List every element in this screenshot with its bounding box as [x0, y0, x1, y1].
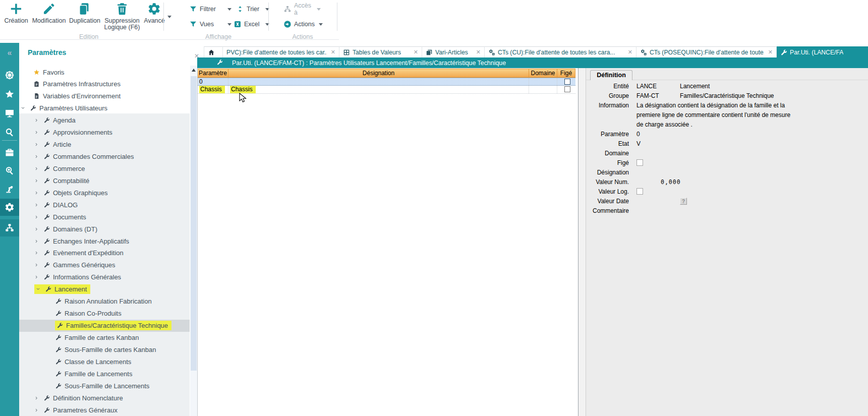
- tree-item-ev-nement-d-exp-dition[interactable]: Evènement d'Expédition: [19, 247, 190, 259]
- chevron-down-icon[interactable]: [36, 287, 40, 291]
- column-header-param-tre[interactable]: Paramètre: [198, 69, 228, 77]
- chevron-right-icon[interactable]: [34, 239, 39, 244]
- tab-close-icon[interactable]: ✕: [624, 49, 632, 55]
- tab-2[interactable]: Tables de Valeurs✕: [339, 46, 422, 57]
- tree-item-param-tres-infrastructures[interactable]: Paramètres Infrastructures: [19, 78, 190, 90]
- ribbon-button-modification[interactable]: Modification: [32, 2, 66, 24]
- tab-1[interactable]: PVC):File d'attente de toutes les car...…: [223, 46, 339, 57]
- ribbon-button-excel[interactable]: Excel: [234, 19, 269, 29]
- rail-item-gear[interactable]: [0, 199, 19, 216]
- chevron-right-icon[interactable]: [34, 142, 39, 147]
- tree-item-approvisionnements[interactable]: Approvisionnements: [19, 127, 190, 139]
- rail-item-search[interactable]: [0, 124, 19, 141]
- tree-item-gammes-g-n-riques[interactable]: Gammes Génériques: [19, 259, 190, 271]
- tree-item-raison-annulation-fabrication[interactable]: Raison Annulation Fabrication: [19, 295, 190, 308]
- tree-item-lancement[interactable]: Lancement: [19, 283, 190, 295]
- rail-item-star[interactable]: [0, 86, 19, 103]
- chevron-right-icon[interactable]: [34, 130, 39, 135]
- scroll-up-arrow-icon[interactable]: [192, 69, 196, 72]
- fig--checkbox[interactable]: [636, 159, 643, 166]
- tree-item-comptabilit-[interactable]: Comptabilité: [19, 174, 190, 187]
- chevron-right-icon[interactable]: [34, 408, 39, 412]
- column-header-domaine[interactable]: Domaine: [529, 69, 557, 77]
- tab-home[interactable]: [204, 46, 223, 57]
- chevron-right-icon[interactable]: [34, 215, 39, 219]
- tree-item-favoris[interactable]: Favoris: [19, 66, 190, 78]
- tree-item-sous-famille-de-lancements[interactable]: Sous-Famille de Lancements: [19, 380, 190, 392]
- tree-item-famille-de-cartes-kanban[interactable]: Famille de cartes Kanban: [19, 331, 190, 343]
- tree-item-echanges-inter-applicatifs[interactable]: Echanges Inter-Applicatifs: [19, 235, 190, 247]
- tree-item-param-tres-utilisateurs[interactable]: Paramètres Utilisateurs: [19, 102, 190, 114]
- chevron-right-icon[interactable]: [34, 275, 39, 279]
- date-help-button[interactable]: ?: [680, 198, 687, 205]
- tree-item-objets-graphiques[interactable]: Objets Graphiques: [19, 187, 190, 199]
- rail-item-hierarchy[interactable]: [0, 219, 19, 236]
- chevron-right-icon[interactable]: [34, 227, 39, 231]
- tree-item-article[interactable]: Article: [19, 139, 190, 151]
- fige-checkbox[interactable]: [564, 79, 570, 85]
- tab-4[interactable]: CTs (CU):File d'attente de toutes les ca…: [485, 46, 636, 57]
- tree-item-parametres-g-n-raux[interactable]: Parametres Généraux: [19, 404, 190, 416]
- tree-item-d-finition-nomenclature[interactable]: Définition Nomenclature: [19, 392, 190, 404]
- dropdown-caret-icon[interactable]: [319, 23, 323, 26]
- tab-close-icon[interactable]: ✕: [327, 49, 335, 55]
- grid-scrollbar[interactable]: [578, 68, 586, 416]
- tab-6[interactable]: Par.Uti. (LANCE/FA: [777, 46, 868, 57]
- ribbon-button-vues[interactable]: Vues: [189, 19, 232, 29]
- table-row[interactable]: ChassisChassis: [198, 86, 575, 94]
- tree-item-commandes-commerciales[interactable]: Commandes Commerciales: [19, 151, 190, 163]
- chevron-right-icon[interactable]: [34, 203, 39, 207]
- chevron-right-icon[interactable]: [34, 263, 39, 267]
- ribbon-button-suppression[interactable]: SuppressionLogique (F6): [104, 2, 140, 31]
- rail-item-search-pin[interactable]: [0, 162, 19, 179]
- dropdown-caret-icon[interactable]: [167, 16, 171, 18]
- tab-3[interactable]: Vari-Articles✕: [422, 46, 485, 57]
- tree-item-label: Commandes Commerciales: [53, 153, 134, 160]
- tree-item-commerce[interactable]: Commerce: [19, 162, 190, 174]
- tree-item-agenda[interactable]: Agenda: [19, 114, 190, 127]
- tree-item-raison-co-produits[interactable]: Raison Co-Produits: [19, 308, 190, 320]
- tree-item-classe-de-lancements[interactable]: Classe de Lancements: [19, 355, 190, 368]
- dropdown-caret-icon[interactable]: [227, 8, 232, 11]
- tree-item-familles-caract-ristique-technique[interactable]: Familles/Caractéristique Technique: [19, 320, 190, 332]
- rail-item-wheel[interactable]: [0, 67, 19, 84]
- rail-item-robot-arm[interactable]: [0, 181, 19, 198]
- ribbon-button-trier[interactable]: Trier: [236, 4, 269, 14]
- ribbon-button-filtrer[interactable]: Filtrer: [189, 4, 232, 14]
- ribbon-button-actions[interactable]: Actions: [283, 19, 323, 29]
- dropdown-caret-icon[interactable]: [227, 23, 232, 26]
- tab-definition[interactable]: Définition: [590, 70, 632, 80]
- valeur-log--checkbox[interactable]: [636, 188, 643, 195]
- tree-item-sous-famille-de-cartes-kanban[interactable]: Sous-Famille de cartes Kanban: [19, 343, 190, 355]
- rail-item-monitor[interactable]: [0, 105, 19, 122]
- tab-close-icon[interactable]: ✕: [764, 49, 773, 55]
- chevron-right-icon[interactable]: [34, 154, 39, 159]
- tree-item-dialog[interactable]: DIALOG: [19, 199, 190, 211]
- tree-item-informations-g-n-rales[interactable]: Informations Générales: [19, 271, 190, 283]
- tab-close-icon[interactable]: ✕: [410, 49, 418, 55]
- chevron-right-icon[interactable]: [34, 191, 39, 195]
- ribbon-button-avanc-[interactable]: Avancé: [144, 2, 164, 24]
- sidebar-scrollbar-thumb[interactable]: [191, 76, 197, 371]
- fige-checkbox[interactable]: [564, 86, 570, 92]
- ribbon-button-duplication[interactable]: Duplication: [69, 2, 100, 24]
- tree-item-domaines-dt-[interactable]: Domaines (DT): [19, 223, 190, 235]
- column-header-fig-[interactable]: Figé: [557, 69, 575, 77]
- tree-item-documents[interactable]: Documents: [19, 211, 190, 223]
- tab-5[interactable]: CTs (POSEQUINC):File d'attente de toute.…: [636, 46, 777, 57]
- sidebar-scrollbar[interactable]: [190, 66, 197, 416]
- ribbon-button-cr-ation[interactable]: Création: [4, 2, 28, 24]
- chevron-right-icon[interactable]: [34, 118, 39, 123]
- rail-item-briefcase[interactable]: [0, 144, 19, 161]
- chevron-down-icon[interactable]: [21, 106, 25, 110]
- collapse-rail-icon[interactable]: «: [0, 44, 19, 62]
- tab-close-icon[interactable]: ✕: [472, 49, 481, 55]
- chevron-right-icon[interactable]: [34, 251, 39, 255]
- column-header-d-signation[interactable]: Désignation: [228, 69, 529, 77]
- tree-item-famille-de-lancements[interactable]: Famille de Lancements: [19, 368, 190, 380]
- chevron-right-icon[interactable]: [34, 396, 39, 400]
- chevron-right-icon[interactable]: [34, 179, 39, 183]
- chevron-right-icon[interactable]: [34, 166, 39, 171]
- table-row[interactable]: 0: [198, 78, 575, 86]
- tree-item-variables-d-environnement[interactable]: Variables d'Environnement: [19, 90, 190, 102]
